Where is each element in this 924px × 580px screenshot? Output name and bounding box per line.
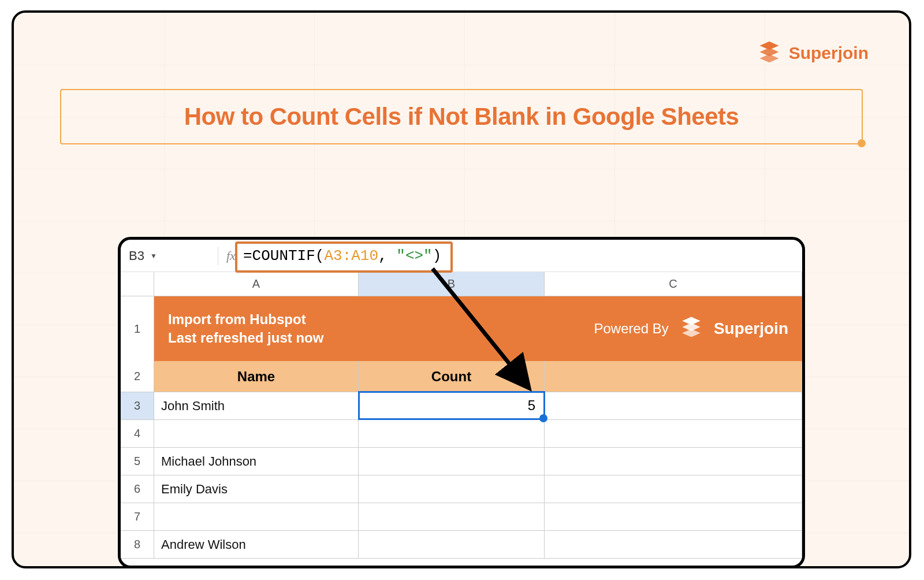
cell-B8[interactable] (359, 531, 545, 558)
table-row-6: 6 Emily Davis (121, 475, 802, 503)
table-row-4: 4 (121, 420, 802, 448)
cell-A4[interactable] (154, 420, 359, 447)
formula-text-prefix: =COUNTIF( (243, 247, 324, 265)
cell-A6[interactable]: Emily Davis (154, 475, 359, 503)
banner-text: Import from Hubspot Last refreshed just … (168, 310, 323, 348)
row-number[interactable]: 5 (121, 448, 154, 475)
cell-B5[interactable] (359, 448, 545, 475)
row-number[interactable]: 3 (121, 392, 154, 419)
formula-range: A3:A10 (324, 247, 378, 265)
header-empty[interactable] (545, 361, 802, 392)
banner-brand: Powered By Superjoin (594, 315, 788, 343)
formula-text-sep: , (378, 247, 396, 265)
cell-C8[interactable] (545, 531, 802, 558)
header-count[interactable]: Count (359, 361, 545, 392)
active-cell-ref: B3 (129, 248, 144, 263)
cell-A8[interactable]: Andrew Wilson (154, 531, 359, 558)
fill-handle-icon[interactable] (539, 414, 547, 422)
formula-bar-highlight[interactable]: =COUNTIF(A3:A10, "<>") (235, 241, 453, 273)
page-title: How to Count Cells if Not Blank in Googl… (79, 103, 844, 131)
cell-C4[interactable] (545, 420, 802, 447)
column-header-C[interactable]: C (545, 272, 802, 296)
spreadsheet-frame: B3 ▼ fx =COUNTIF(A3:A10, "<>") A B C 1 I… (118, 237, 805, 568)
table-row-5: 5 Michael Johnson (121, 448, 802, 475)
row-number[interactable]: 1 (121, 296, 154, 361)
table-row-2: 2 Name Count (121, 361, 802, 392)
title-box: How to Count Cells if Not Blank in Googl… (60, 89, 863, 144)
formula-toolbar: B3 ▼ fx =COUNTIF(A3:A10, "<>") (121, 240, 802, 272)
banner-line1: Import from Hubspot (168, 310, 323, 329)
banner-line2: Last refreshed just now (168, 329, 323, 347)
table-row-3: 3 John Smith 5 (121, 392, 802, 420)
cell-C3[interactable] (545, 392, 802, 419)
superjoin-logo-icon (679, 315, 703, 343)
cell-C7[interactable] (545, 503, 802, 530)
select-all-corner[interactable] (121, 272, 154, 296)
banner-brand-text: Superjoin (714, 319, 788, 338)
row-number[interactable]: 2 (121, 361, 154, 392)
active-cell-B3[interactable]: 5 (358, 391, 545, 420)
active-cell-value: 5 (528, 397, 535, 414)
superjoin-logo-icon (757, 39, 782, 67)
brand-lockup: Superjoin (757, 39, 869, 67)
fx-icon: fx (226, 248, 236, 263)
row-number[interactable]: 8 (121, 531, 154, 558)
row-number[interactable]: 7 (121, 503, 154, 530)
import-banner: Import from Hubspot Last refreshed just … (154, 296, 802, 361)
brand-name: Superjoin (789, 43, 869, 63)
cell-A3[interactable]: John Smith (154, 392, 359, 419)
column-headers: A B C (121, 272, 802, 296)
powered-by-label: Powered By (594, 321, 668, 337)
cell-C6[interactable] (545, 475, 802, 503)
header-name[interactable]: Name (154, 361, 359, 392)
cell-A5[interactable]: Michael Johnson (154, 448, 359, 475)
table-row-1: 1 Import from Hubspot Last refreshed jus… (121, 296, 802, 361)
cell-B6[interactable] (359, 475, 545, 503)
cell-A7[interactable] (154, 503, 359, 530)
row-number[interactable]: 4 (121, 420, 154, 447)
cell-B4[interactable] (359, 420, 545, 447)
table-row-8: 8 Andrew Wilson (121, 531, 802, 559)
toolbar-divider (218, 247, 218, 265)
name-box[interactable]: B3 ▼ (129, 248, 210, 263)
row-number[interactable]: 6 (121, 475, 154, 503)
column-header-A[interactable]: A (154, 272, 359, 296)
column-header-B[interactable]: B (359, 272, 545, 296)
chevron-down-icon[interactable]: ▼ (150, 252, 157, 260)
formula-text-suffix: ) (433, 247, 442, 265)
tutorial-card: Superjoin How to Count Cells if Not Blan… (12, 10, 911, 568)
cell-C5[interactable] (545, 448, 802, 475)
selection-handle-icon (858, 139, 866, 147)
formula-criteria: "<>" (396, 247, 432, 265)
cell-B7[interactable] (359, 503, 545, 530)
table-row-7: 7 (121, 503, 802, 531)
